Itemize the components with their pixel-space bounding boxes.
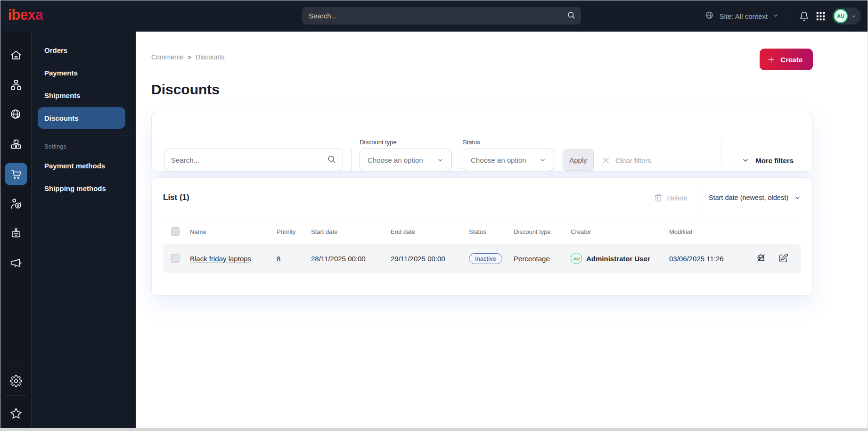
breadcrumb-commerce[interactable]: Commerce <box>151 53 183 61</box>
search-icon[interactable] <box>327 155 336 166</box>
status-label: Status <box>463 139 563 146</box>
column-header-start-date: Start date <box>311 228 391 235</box>
cell-start-date: 28/11/2025 00:00 <box>311 255 391 263</box>
delete-button[interactable]: Delete <box>654 193 687 202</box>
nav-item-payments[interactable]: Payments <box>38 62 125 83</box>
chevron-down-icon <box>742 157 749 164</box>
column-header-end-date: End date <box>391 228 469 235</box>
home-icon <box>10 49 22 61</box>
edit-button[interactable] <box>778 253 788 264</box>
globe-slash-icon <box>756 253 767 264</box>
sidebar-item-site[interactable] <box>5 103 27 126</box>
list-title: List (1) <box>163 193 189 202</box>
sidebar-item-products[interactable] <box>5 133 27 156</box>
table-divider <box>163 218 801 218</box>
bell-icon <box>799 11 809 21</box>
topbar-divider <box>789 9 789 23</box>
top-bar-right: Site: All context AU <box>705 0 861 32</box>
sort-select[interactable]: Start date (newest, oldest) <box>709 194 801 201</box>
filter-search-input[interactable] <box>164 156 327 164</box>
column-header-priority: Priority <box>277 228 311 235</box>
sidebar-item-marketing[interactable] <box>5 252 27 274</box>
cell-creator: AU Administrator User <box>571 253 669 264</box>
discount-type-select[interactable]: Choose an option <box>360 149 452 171</box>
nav-item-shipments[interactable]: Shipments <box>38 84 125 106</box>
content-header: Commerce > Discounts Create <box>151 49 813 70</box>
apply-button[interactable]: Apply <box>563 149 594 171</box>
sidebar-item-settings[interactable] <box>5 370 27 392</box>
global-search[interactable] <box>302 7 581 25</box>
sidebar-item-favorites[interactable] <box>5 402 27 425</box>
status-filter: Status Choose an option <box>463 139 563 171</box>
sidebar-item-customers[interactable] <box>5 192 27 215</box>
clear-filters-button[interactable]: Clear filters <box>602 149 651 171</box>
main-content: Commerce > Discounts Create Discounts <box>136 32 868 431</box>
nav-item-discounts[interactable]: Discounts <box>38 107 125 129</box>
breadcrumb: Commerce > Discounts <box>151 53 225 61</box>
content-tree-icon <box>10 79 22 91</box>
discount-type-value: Choose an option <box>368 156 423 164</box>
status-badge: Inactive <box>469 253 502 264</box>
list-header: List (1) Delete Start date (newest, olde… <box>163 187 801 208</box>
create-button[interactable]: Create <box>760 49 813 70</box>
delete-button-label: Delete <box>667 194 687 202</box>
badge-icon <box>10 227 22 240</box>
shopping-cart-icon <box>10 168 22 180</box>
commerce-nav-panel: Orders Payments Shipments Discounts Sett… <box>32 32 136 431</box>
sidebar-item-commerce[interactable] <box>5 163 27 185</box>
discount-type-filter: Discount type Choose an option <box>360 139 452 171</box>
chevron-down-icon <box>772 12 779 20</box>
cell-end-date: 29/11/2025 00:00 <box>391 255 469 263</box>
megaphone-icon <box>10 257 22 269</box>
avatar: AU <box>571 253 582 264</box>
avatar: AU <box>834 9 848 23</box>
sidebar-item-home[interactable] <box>5 44 27 66</box>
more-filters-label: More filters <box>755 157 794 165</box>
ibexa-logo[interactable]: ibexa <box>8 8 43 25</box>
cell-priority: 8 <box>277 255 311 263</box>
column-header-status: Status <box>469 228 514 235</box>
nav-item-payment-methods[interactable]: Payment methods <box>38 155 125 176</box>
user-menu-button[interactable]: AU <box>832 8 861 25</box>
status-value: Choose an option <box>471 156 526 164</box>
discount-name-link[interactable]: Black friday laptops <box>190 255 251 263</box>
more-filters-button[interactable]: More filters <box>742 149 794 171</box>
filter-search[interactable] <box>164 149 343 171</box>
sort-label: Start date (newest, oldest) <box>709 194 788 201</box>
column-header-creator: Creator <box>571 228 669 235</box>
breadcrumb-separator: > <box>188 54 191 61</box>
breadcrumb-discounts[interactable]: Discounts <box>196 53 224 61</box>
filter-divider <box>721 140 721 166</box>
nav-item-orders[interactable]: Orders <box>38 39 125 61</box>
row-checkbox[interactable] <box>171 254 180 263</box>
gear-icon <box>10 375 22 387</box>
table-row: Black friday laptops 8 28/11/2025 00:00 … <box>163 244 801 273</box>
create-button-label: Create <box>780 56 802 64</box>
sidebar-item-personnel[interactable] <box>5 222 27 245</box>
app-window: ibexa Site: All context <box>0 0 868 431</box>
global-search-input[interactable] <box>302 12 567 20</box>
sidebar-item-content-tree[interactable] <box>5 74 27 96</box>
chevron-down-icon <box>437 157 444 164</box>
window-bottom-edge <box>0 428 868 431</box>
status-select[interactable]: Choose an option <box>463 149 554 171</box>
preview-disabled-button[interactable] <box>756 253 767 264</box>
trash-icon <box>654 193 663 202</box>
page-title: Discounts <box>151 82 813 98</box>
globe-cursor-icon <box>705 11 714 22</box>
clear-filters-label: Clear filters <box>615 157 651 165</box>
plus-icon <box>767 56 775 64</box>
grid-icon <box>816 12 825 21</box>
icon-sidebar <box>0 32 32 431</box>
list-header-actions: Delete Start date (newest, oldest) <box>654 184 801 211</box>
notifications-button[interactable] <box>799 11 809 21</box>
customer-target-icon <box>10 198 22 210</box>
search-icon[interactable] <box>567 11 575 21</box>
select-all-checkbox[interactable] <box>171 227 180 236</box>
nav-item-shipping-methods[interactable]: Shipping methods <box>38 177 125 199</box>
chevron-down-icon <box>794 194 801 201</box>
app-switcher-button[interactable] <box>816 12 825 21</box>
top-bar: ibexa Site: All context <box>0 0 868 32</box>
site-context-switcher[interactable]: Site: All context <box>705 11 779 22</box>
product-boxes-icon <box>10 138 22 150</box>
